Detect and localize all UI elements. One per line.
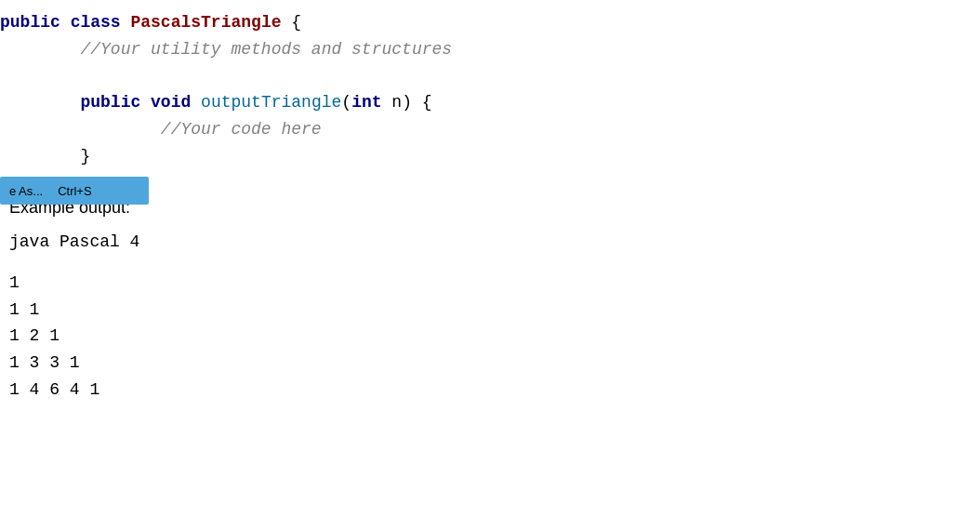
keyword-void: void [151,93,191,112]
code-line-4: public void outputTriangle(int n) { [0,89,980,116]
output-line-1: 1 1 [9,297,980,324]
output-line-0: 1 [9,270,980,297]
example-section: Example output: java Pascal 4 11 11 2 11… [0,179,980,413]
output-line-3: 1 3 3 1 [9,350,980,377]
code-line-1: public class PascalsTriangle { [0,9,980,36]
code-editor: public class PascalsTriangle { //Your ut… [0,0,980,179]
context-menu-label: e As... [9,184,43,198]
example-heading: Example output: [9,198,980,218]
indent-2 [0,40,80,59]
output-line-4: 1 4 6 4 1 [9,377,980,404]
code-line-6: } [0,143,980,170]
indent-4 [0,93,80,112]
context-menu-shortcut: Ctrl+S [58,184,91,198]
paren-open: ( [341,93,351,112]
context-menu-item-saveas[interactable]: e As... Ctrl+S [9,184,92,198]
code-line-3 [0,63,980,90]
brace-open: { [281,13,301,32]
space-3 [140,93,151,112]
class-name: PascalsTriangle [130,13,281,32]
output-line-2: 1 2 1 [9,323,980,350]
comment-utility: //Your utility methods and structures [80,40,452,59]
brace-close: } [80,147,90,166]
context-menu[interactable]: e As... Ctrl+S [0,177,149,205]
comment-code: //Your code here [161,120,322,139]
space-4 [191,93,201,112]
output-block: 11 11 2 11 3 3 11 4 6 4 1 [9,270,980,404]
example-command: java Pascal 4 [9,232,980,251]
keyword-class: class [71,13,121,32]
indent-6 [0,147,80,166]
method-name: outputTriangle [201,93,341,112]
keyword-public-2: public [80,93,140,112]
indent-5 [0,120,161,139]
space-1 [60,13,71,32]
code-line-2: //Your utility methods and structures [0,36,980,63]
keyword-int: int [351,93,381,112]
keyword-public-1: public [0,13,60,32]
code-line-5: //Your code here [0,116,980,143]
space-2 [121,13,131,32]
param: n) { [382,93,432,112]
